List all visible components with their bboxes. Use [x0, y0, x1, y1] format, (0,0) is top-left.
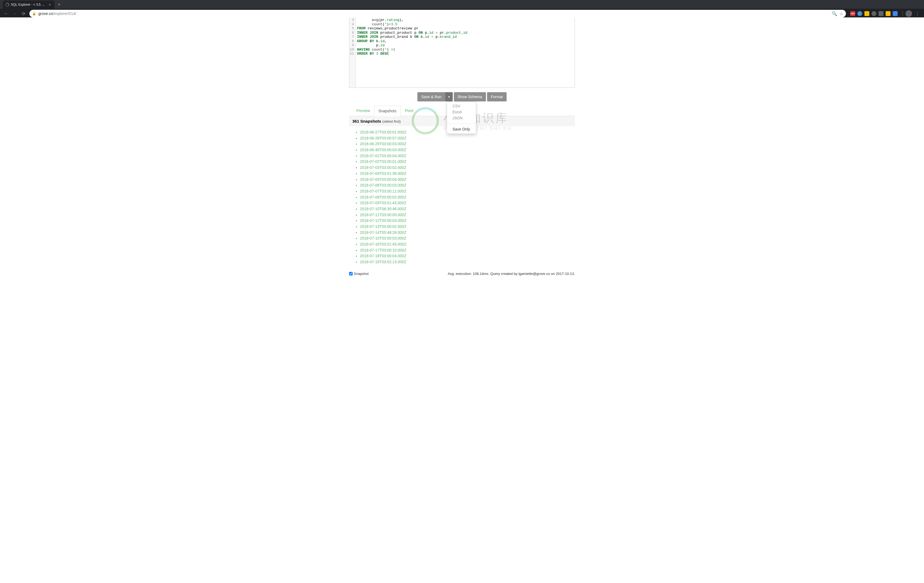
save-run-button[interactable]: Save & Run: [417, 92, 446, 101]
action-bar: Save & Run ▼ Show Schema Format CSV Exce…: [349, 88, 575, 106]
snapshot-link[interactable]: 2018-07-04T03:01:36.000Z: [360, 171, 572, 177]
dropdown-divider: [447, 124, 476, 124]
snapshot-link[interactable]: 2018-06-29T03:00:03.000Z: [360, 141, 572, 147]
snapshot-link[interactable]: 2018-06-30T03:00:03.000Z: [360, 147, 572, 153]
line-gutter: 34567891011: [349, 17, 356, 87]
browser-chrome: SQL Explorer - < 3.5 product re × + ← → …: [0, 0, 924, 17]
snapshot-link[interactable]: 2018-07-13T03:00:02.000Z: [360, 224, 572, 230]
snapshot-checkbox[interactable]: [349, 272, 353, 275]
code-line[interactable]: GROUP BY b.id,: [357, 39, 574, 43]
snapshot-link[interactable]: 2018-07-07T03:00:12.000Z: [360, 188, 572, 194]
new-tab-button[interactable]: +: [54, 0, 64, 9]
tab-title: SQL Explorer - < 3.5 product re: [11, 3, 46, 7]
snapshot-link[interactable]: 2018-07-03T03:00:02.000Z: [360, 165, 572, 171]
snapshot-link[interactable]: 2018-07-11T03:00:05.000Z: [360, 212, 572, 218]
dropdown-csv[interactable]: CSV: [447, 103, 476, 109]
extension-icon[interactable]: [879, 11, 883, 16]
snapshot-link[interactable]: 2018-07-08T03:00:02.000Z: [360, 194, 572, 200]
snapshot-link[interactable]: 2018-07-18T03:00:04.000Z: [360, 253, 572, 259]
snapshot-link[interactable]: 2018-07-15T03:00:03.000Z: [360, 236, 572, 242]
format-button[interactable]: Format: [487, 92, 507, 101]
browser-tab[interactable]: SQL Explorer - < 3.5 product re ×: [3, 0, 54, 9]
snapshot-link[interactable]: 2018-07-12T03:00:03.000Z: [360, 218, 572, 224]
code-line[interactable]: ORDER BY 3 DESC: [357, 52, 574, 56]
forward-button[interactable]: →: [11, 10, 18, 17]
divider: [903, 11, 903, 16]
code-line[interactable]: avg(pr.rating),: [357, 18, 574, 22]
extension-icon[interactable]: [886, 11, 891, 16]
url-text: grove.co/explorer/514/: [38, 12, 830, 16]
lock-icon: 🔒: [32, 12, 36, 15]
snapshots-order: (oldest first): [382, 119, 401, 124]
snapshot-link[interactable]: 2018-07-16T03:01:45.000Z: [360, 242, 572, 247]
close-icon[interactable]: ×: [48, 3, 52, 7]
save-run-group: Save & Run ▼: [417, 92, 453, 101]
tab-preview[interactable]: Preview: [352, 106, 374, 116]
code-line[interactable]: HAVING count(*) >1: [357, 48, 574, 52]
code-line[interactable]: INNER JOIN product_brand b ON b.id = p.b…: [357, 35, 574, 39]
search-icon[interactable]: 🔍: [832, 11, 837, 16]
snapshot-link[interactable]: 2018-07-01T03:00:04.000Z: [360, 153, 572, 159]
snapshot-link[interactable]: 2018-07-02T03:00:01.000Z: [360, 159, 572, 165]
export-dropdown: CSV Excel JSON Save Only: [447, 101, 476, 134]
main-container: 34567891011 avg(pr.rating), count(*)<3.5…: [349, 17, 575, 268]
snapshot-link[interactable]: 2018-06-28T03:00:57.000Z: [360, 135, 572, 142]
reload-button[interactable]: ⟳: [20, 10, 27, 17]
code-line[interactable]: p.id: [357, 43, 574, 48]
abp-extension-icon[interactable]: ABP: [850, 11, 855, 16]
code-body[interactable]: avg(pr.rating), count(*)<3.5FROM reviews…: [356, 17, 575, 87]
tab-pivot[interactable]: Pivot: [401, 106, 417, 116]
footer: Snapshot Avg. execution: 106.14ms. Query…: [349, 268, 575, 279]
extension-icons: ABP: [848, 11, 900, 16]
code-line[interactable]: FROM reviews_productreview pr: [357, 26, 574, 31]
url-bar[interactable]: 🔒 grove.co/explorer/514/ 🔍 ☆: [30, 10, 846, 17]
snapshot-link[interactable]: 2018-07-17T03:00:10.000Z: [360, 247, 572, 254]
code-line[interactable]: INNER JOIN product_product p ON p.id = p…: [357, 31, 574, 35]
snapshot-link[interactable]: 2018-07-19T03:02:13.000Z: [360, 259, 572, 265]
snapshot-list: 2018-06-27T03:00:01.000Z2018-06-28T03:00…: [349, 126, 575, 268]
snapshot-link[interactable]: 2018-07-10T06:30:46.000Z: [360, 206, 572, 212]
snapshot-link[interactable]: 2018-07-14T05:48:28.000Z: [360, 230, 572, 236]
dropdown-excel[interactable]: Excel: [447, 109, 476, 115]
globe-icon: [5, 3, 9, 7]
profile-avatar[interactable]: [906, 10, 912, 17]
dropdown-json[interactable]: JSON: [447, 115, 476, 121]
code-line[interactable]: count(*)<3.5: [357, 22, 574, 26]
tab-bar: SQL Explorer - < 3.5 product re × +: [0, 0, 924, 9]
footer-status: Avg. execution: 106.14ms. Query created …: [447, 272, 575, 276]
extension-icon[interactable]: [893, 11, 898, 16]
snapshot-link[interactable]: 2018-07-06T03:00:03.000Z: [360, 183, 572, 188]
dropdown-save-only[interactable]: Save Only: [447, 126, 476, 132]
extension-icon[interactable]: [857, 11, 862, 16]
page: 34567891011 avg(pr.rating), count(*)<3.5…: [0, 17, 924, 583]
chrome-menu-icon[interactable]: ⋮: [913, 11, 922, 16]
nav-bar: ← → ⟳ 🔒 grove.co/explorer/514/ 🔍 ☆ ABP ⋮: [0, 9, 924, 18]
save-run-dropdown-toggle[interactable]: ▼: [446, 92, 453, 101]
back-button[interactable]: ←: [2, 10, 10, 17]
snapshot-checkbox-label[interactable]: Snapshot: [349, 272, 369, 276]
snapshot-link[interactable]: 2018-07-05T03:00:04.000Z: [360, 177, 572, 183]
sql-editor[interactable]: 34567891011 avg(pr.rating), count(*)<3.5…: [349, 17, 575, 88]
extension-icon[interactable]: [871, 11, 876, 16]
tab-snapshots[interactable]: Snapshots: [374, 106, 401, 116]
show-schema-button[interactable]: Show Schema: [454, 92, 486, 101]
snapshot-link[interactable]: 2018-07-09T03:01:43.000Z: [360, 200, 572, 206]
star-icon[interactable]: ☆: [839, 11, 843, 16]
snapshots-count: 361 Snapshots: [352, 119, 381, 124]
extension-icon[interactable]: [865, 11, 869, 16]
